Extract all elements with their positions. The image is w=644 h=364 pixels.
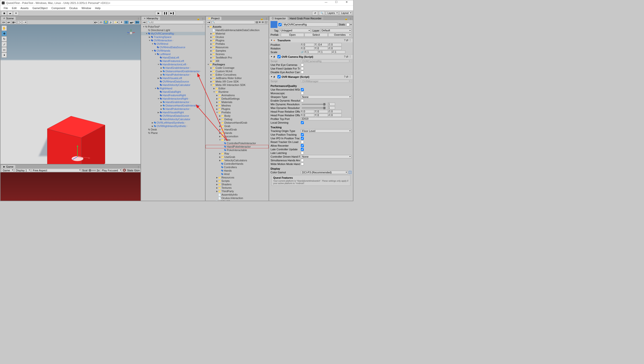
hidden-toggle[interactable]: 👁 — [119, 21, 124, 24]
project-item[interactable]: ▶TextMesh Pro — [206, 56, 268, 59]
hand-tool[interactable]: ✋ — [2, 26, 7, 31]
monoscopic-checkbox[interactable] — [301, 92, 304, 95]
dynres-checkbox[interactable] — [301, 99, 304, 102]
hierarchy-item[interactable]: ▼OVRHmd — [141, 42, 205, 46]
project-item[interactable]: PokeInteractable — [206, 148, 268, 152]
fold-arrow[interactable]: ▶ — [219, 135, 221, 138]
fold-arrow[interactable]: ▶ — [216, 98, 218, 100]
visibility-icon[interactable]: 👁 — [262, 21, 264, 24]
panel-menu-icon[interactable]: ⋮ — [136, 166, 140, 168]
fold-arrow[interactable]: ▶ — [157, 77, 160, 79]
hierarchy-item[interactable]: ▼HandInteractorsLeft› — [141, 63, 205, 66]
fold-arrow[interactable]: ▶ — [160, 70, 162, 72]
rot-x[interactable] — [303, 47, 314, 50]
project-item[interactable]: ▶Textures — [206, 186, 268, 190]
pivot-button[interactable]: ⊕▾ — [2, 21, 6, 24]
min-dyn-slider[interactable] — [302, 104, 326, 105]
project-item[interactable]: ▶Locomotion — [206, 135, 268, 138]
project-item[interactable]: ▶Plugins — [206, 107, 268, 111]
scene-tab[interactable]: #Scene — [1, 17, 16, 20]
fold-arrow[interactable]: ▼ — [142, 26, 145, 28]
project-item[interactable]: ▶Material — [206, 32, 268, 35]
project-item[interactable]: ▼Runtime — [206, 90, 268, 94]
gamut-select[interactable]: DCI-P3 (Recommended) — [301, 171, 348, 174]
hierarchy-item[interactable]: HandVelocityCalculator — [141, 117, 205, 121]
panel-lock-icon[interactable]: 🔒 — [259, 17, 264, 20]
fold-arrow[interactable]: ▶ — [219, 152, 221, 155]
fixed-update-checkbox[interactable] — [301, 67, 304, 70]
menu-icon[interactable]: ⋮ — [349, 55, 352, 58]
camera-button[interactable]: 📷▾ — [129, 21, 134, 24]
hierarchy-tab[interactable]: ≡Hierarchy — [142, 17, 160, 20]
project-item[interactable]: ▶Materials — [206, 100, 268, 104]
tcp-input[interactable] — [301, 117, 352, 120]
fold-arrow[interactable]: ▶ — [219, 159, 221, 161]
layout-dropdown[interactable]: Layout — [340, 11, 352, 15]
menu-help[interactable]: Help — [93, 7, 103, 10]
project-item[interactable]: ▼Prefabs — [206, 111, 268, 114]
project-item[interactable]: AssemblyInfo — [206, 193, 268, 196]
fold-arrow[interactable]: ▼ — [213, 91, 215, 93]
layer-select[interactable]: Default — [320, 29, 352, 32]
recenter-checkbox[interactable] — [301, 144, 304, 147]
project-item[interactable]: ▼Poke — [206, 138, 268, 141]
hierarchy-item[interactable]: HandVelocityCalculator — [141, 83, 205, 87]
panel-menu-icon[interactable]: ⋮ — [201, 17, 205, 20]
fold-arrow[interactable]: ▶ — [210, 70, 212, 72]
fold-arrow[interactable]: ▶ — [216, 190, 218, 193]
pos-z[interactable] — [330, 43, 342, 46]
undo-history-button[interactable]: ↺ — [312, 11, 318, 16]
preset-icon[interactable]: ⇄ — [346, 75, 348, 78]
project-item[interactable]: Hmd — [206, 172, 268, 176]
origin-select[interactable]: Floor Level — [301, 129, 352, 133]
project-search[interactable] — [212, 21, 255, 24]
menu-icon[interactable]: ⋮ — [349, 39, 352, 42]
fold-arrow[interactable]: ▶ — [216, 94, 218, 96]
hierarchy-item[interactable]: Desk — [141, 128, 205, 131]
help-icon[interactable]: ? — [344, 75, 346, 78]
fold-arrow[interactable]: ▼ — [219, 139, 221, 141]
menu-oculus[interactable]: Oculus — [67, 7, 80, 10]
fold-arrow[interactable]: ▼ — [157, 98, 160, 100]
move-tool[interactable]: ✥ — [2, 31, 7, 36]
hierarchy-item[interactable]: HandDataLeft — [141, 56, 205, 59]
grid-button[interactable]: ▦▾ — [12, 21, 16, 24]
tag-select[interactable]: Untagged — [279, 29, 311, 32]
display-select[interactable]: Display 1 — [15, 169, 30, 172]
game-tab[interactable]: ▶Game — [1, 165, 16, 168]
audio-toggle[interactable]: 🔊 — [108, 21, 113, 24]
preset-icon[interactable]: ⇄ — [346, 55, 348, 58]
create-button[interactable]: +▾ — [206, 21, 211, 24]
menu-component[interactable]: Component — [49, 7, 67, 10]
project-item[interactable]: ▶Body — [206, 114, 268, 117]
fold-arrow[interactable]: ▶ — [210, 60, 212, 62]
chevron-right-icon[interactable]: › — [172, 39, 174, 42]
stats-button[interactable]: Stats — [127, 169, 133, 172]
hierarchy-search[interactable]: All — [147, 21, 204, 24]
fold-arrow[interactable]: ▶ — [210, 74, 212, 76]
info-icon[interactable]: ? — [349, 171, 352, 174]
chevron-right-icon[interactable]: › — [189, 67, 191, 69]
filter-icon[interactable]: ▤ — [256, 21, 258, 24]
fold-arrow[interactable]: ▼ — [146, 33, 148, 35]
project-item[interactable]: Oculus.Interaction — [206, 196, 268, 200]
panel-menu-icon[interactable]: ⋮ — [348, 17, 353, 20]
pos-y[interactable] — [317, 43, 328, 46]
project-tree[interactable]: ▼AssetsHandGrabInteractableDataCollectio… — [206, 25, 268, 201]
menu-assets[interactable]: Assets — [18, 7, 30, 10]
fold-arrow[interactable]: ▶ — [210, 67, 212, 69]
menu-edit[interactable]: Edit — [10, 7, 18, 10]
fold-arrow[interactable]: ▶ — [219, 156, 221, 158]
hierarchy-item[interactable]: ▶DistanceHandGrabInteractor› — [141, 70, 205, 73]
hierarchy-item[interactable]: OVRHmdDataSource — [141, 46, 205, 49]
project-item[interactable]: ▶Resources — [206, 46, 268, 49]
hierarchy-item[interactable]: ▶TrackingSpace — [141, 35, 205, 39]
inspector-tab[interactable]: ⓘInspector — [270, 17, 288, 20]
maximize-button[interactable]: ☐ — [331, 1, 342, 6]
gizmos-toggle[interactable]: ⚙▾ — [135, 21, 140, 24]
fold-arrow[interactable]: ▶ — [219, 122, 221, 124]
fold-arrow[interactable]: ▶ — [216, 176, 218, 179]
fold-arrow[interactable]: ▶ — [216, 183, 218, 186]
project-item[interactable]: Controllers — [206, 165, 268, 169]
hierarchy-item[interactable]: OVRHandDataSource — [141, 114, 205, 117]
